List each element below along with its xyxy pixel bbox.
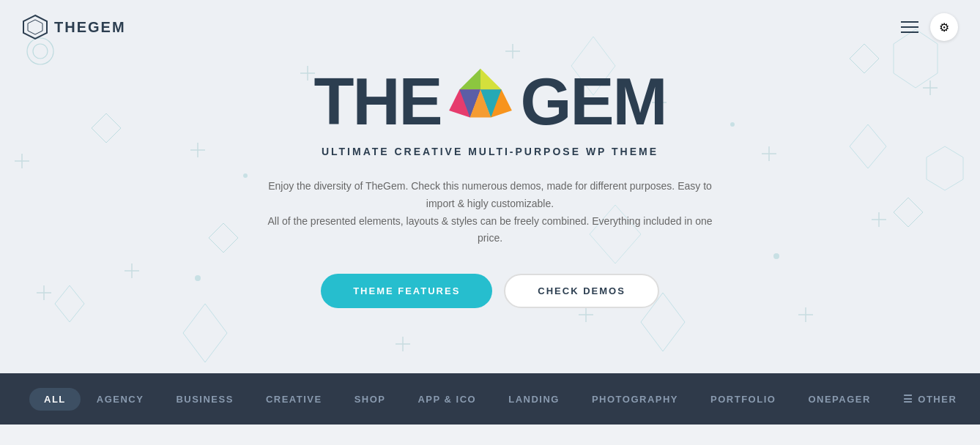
svg-marker-26: [92, 113, 121, 143]
title-the: THE: [313, 69, 441, 135]
nav-item-all[interactable]: ALL: [29, 388, 81, 411]
svg-point-40: [730, 122, 735, 127]
logo-text: THEGEM: [54, 19, 126, 36]
svg-marker-37: [927, 146, 963, 190]
svg-marker-44: [23, 15, 47, 39]
nav-item-agency[interactable]: AGENCY: [81, 394, 160, 405]
hamburger-mini-icon: ☰: [903, 393, 914, 405]
nav-item-onepager[interactable]: ONEPAGER: [792, 394, 886, 405]
svg-marker-47: [460, 69, 481, 90]
nav-item-landing[interactable]: LANDING: [492, 394, 576, 405]
svg-marker-27: [209, 223, 238, 253]
logo-icon: [22, 14, 48, 40]
title-gem: GEM: [520, 69, 666, 135]
logo[interactable]: THEGEM: [22, 14, 126, 40]
nav-item-creative[interactable]: CREATIVE: [250, 394, 338, 405]
svg-marker-35: [850, 124, 886, 168]
svg-marker-45: [28, 20, 42, 34]
nav-other-label: OTHER: [918, 394, 957, 405]
svg-point-39: [243, 173, 248, 178]
hero-description: Enjoy the diversity of TheGem. Check thi…: [256, 178, 724, 247]
gem-logo: [444, 65, 517, 138]
settings-button[interactable]: ⚙: [930, 13, 958, 41]
nav-item-other[interactable]: ☰ OTHER: [887, 393, 973, 405]
svg-point-38: [195, 275, 201, 281]
nav-item-portfolio[interactable]: PORTFOLIO: [694, 394, 792, 405]
svg-marker-29: [894, 198, 923, 227]
description-line1: Enjoy the diversity of TheGem. Check thi…: [268, 180, 712, 209]
svg-point-41: [773, 253, 779, 259]
header-right: ⚙: [901, 13, 958, 41]
nav-item-shop[interactable]: SHOP: [338, 394, 402, 405]
bottom-nav: ALL AGENCY BUSINESS CREATIVE SHOP APP & …: [0, 373, 980, 425]
nav-item-photography[interactable]: PHOTOGRAPHY: [576, 394, 694, 405]
svg-marker-32: [55, 285, 84, 322]
hero-title: THE GEM: [313, 65, 666, 138]
description-line2: All of the presented elements, layouts &…: [267, 215, 712, 244]
hero-content: THE GEM ULTIMATE CREATIVE MULTI-PURPOSE …: [256, 65, 724, 308]
header: THEGEM ⚙: [0, 0, 980, 54]
hero-section: THEGEM ⚙ THE: [0, 0, 980, 373]
check-demos-button[interactable]: CHECK DEMOS: [504, 274, 659, 308]
menu-icon[interactable]: [901, 21, 918, 33]
nav-item-app-ico[interactable]: APP & ICO: [401, 394, 492, 405]
theme-features-button[interactable]: THEME FEATURES: [321, 274, 492, 308]
nav-item-business[interactable]: BUSINESS: [160, 394, 249, 405]
hero-buttons: THEME FEATURES CHECK DEMOS: [321, 274, 659, 308]
svg-marker-33: [183, 304, 227, 362]
hero-subtitle: ULTIMATE CREATIVE MULTI-PURPOSE WP THEME: [322, 146, 658, 157]
svg-marker-46: [480, 69, 502, 90]
